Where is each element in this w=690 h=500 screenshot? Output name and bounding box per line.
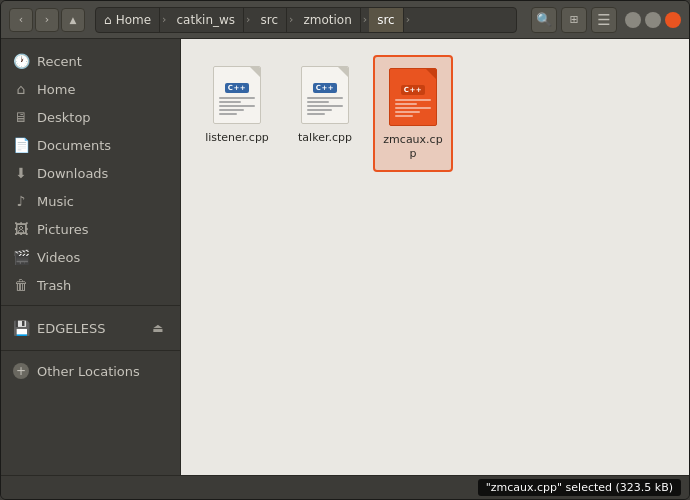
- file-name-zmcaux: zmcaux.cpp: [383, 133, 443, 162]
- menu-button[interactable]: ☰: [591, 7, 617, 33]
- cpp-badge-zmcaux: C++: [401, 85, 425, 95]
- sidebar-item-downloads[interactable]: ⬇ Downloads: [1, 159, 180, 187]
- file-grid: C++ listener.cpp: [197, 55, 673, 172]
- downloads-icon: ⬇: [13, 165, 29, 181]
- sidebar-label-edgeless: EDGELESS: [37, 321, 140, 336]
- sidebar-item-documents[interactable]: 📄 Documents: [1, 131, 180, 159]
- file-icon-listener: C++: [211, 63, 263, 127]
- file-area[interactable]: C++ listener.cpp: [181, 39, 689, 475]
- sidebar-item-home[interactable]: ⌂ Home: [1, 75, 180, 103]
- trash-icon: 🗑: [13, 277, 29, 293]
- sidebar-label-downloads: Downloads: [37, 166, 168, 181]
- breadcrumb-bar: ⌂ Home › catkin_ws › src › zmotion › src…: [95, 7, 517, 33]
- cpp-badge-listener: C++: [225, 83, 249, 93]
- breadcrumb-zmotion[interactable]: zmotion: [295, 8, 360, 32]
- status-text: "zmcaux.cpp" selected (323.5 kB): [478, 479, 681, 496]
- forward-button[interactable]: ›: [35, 8, 59, 32]
- sidebar-label-videos: Videos: [37, 250, 168, 265]
- cpp-file-bg-talker: C++: [301, 66, 349, 124]
- file-name-listener: listener.cpp: [205, 131, 269, 145]
- file-item-talker[interactable]: C++ talker.cpp: [285, 55, 365, 172]
- close-button[interactable]: [665, 12, 681, 28]
- breadcrumb-sep-5: ›: [404, 13, 412, 26]
- cpp-file-bg-zmcaux: C++: [389, 68, 437, 126]
- sidebar-item-recent[interactable]: 🕐 Recent: [1, 47, 180, 75]
- sidebar-item-trash[interactable]: 🗑 Trash: [1, 271, 180, 299]
- cpp-lines-zmcaux: [395, 99, 432, 119]
- sidebar-label-documents: Documents: [37, 138, 168, 153]
- search-button[interactable]: 🔍: [531, 7, 557, 33]
- breadcrumb-src2[interactable]: src: [369, 8, 404, 32]
- sidebar-label-pictures: Pictures: [37, 222, 168, 237]
- cpp-lines-talker: [307, 97, 344, 117]
- breadcrumb-sep-1: ›: [160, 13, 168, 26]
- sidebar-label-home: Home: [37, 82, 168, 97]
- music-icon: ♪: [13, 193, 29, 209]
- sidebar-item-videos[interactable]: 🎬 Videos: [1, 243, 180, 271]
- file-item-listener[interactable]: C++ listener.cpp: [197, 55, 277, 172]
- drive-icon: 💾: [13, 320, 29, 336]
- breadcrumb-sep-3: ›: [287, 13, 295, 26]
- pictures-icon: 🖼: [13, 221, 29, 237]
- sidebar-label-other-locations: Other Locations: [37, 364, 140, 379]
- breadcrumb-catkin-label: catkin_ws: [176, 13, 235, 27]
- breadcrumb-catkin[interactable]: catkin_ws: [168, 8, 244, 32]
- sidebar-item-music[interactable]: ♪ Music: [1, 187, 180, 215]
- back-button[interactable]: ‹: [9, 8, 33, 32]
- cpp-lines-listener: [219, 97, 256, 117]
- sidebar-label-recent: Recent: [37, 54, 168, 69]
- window-controls: [625, 12, 681, 28]
- breadcrumb-src1[interactable]: src: [253, 8, 288, 32]
- statusbar: "zmcaux.cpp" selected (323.5 kB): [1, 475, 689, 499]
- add-location-icon: +: [13, 363, 29, 379]
- sidebar-label-music: Music: [37, 194, 168, 209]
- up-button[interactable]: ▲: [61, 8, 85, 32]
- sidebar-label-trash: Trash: [37, 278, 168, 293]
- file-icon-talker: C++: [299, 63, 351, 127]
- breadcrumb-sep-2: ›: [244, 13, 252, 26]
- breadcrumb-src2-label: src: [377, 13, 395, 27]
- sidebar-item-other-locations[interactable]: + Other Locations: [1, 357, 180, 385]
- sidebar-item-edgeless[interactable]: 💾 EDGELESS ⏏: [1, 312, 180, 344]
- view-toggle-button[interactable]: ⊞: [561, 7, 587, 33]
- breadcrumb-sep-4: ›: [361, 13, 369, 26]
- home-sidebar-icon: ⌂: [13, 81, 29, 97]
- file-manager-window: ‹ › ▲ ⌂ Home › catkin_ws › src › zmotion…: [0, 0, 690, 500]
- recent-icon: 🕐: [13, 53, 29, 69]
- home-icon: ⌂: [104, 13, 112, 27]
- breadcrumb-home-label: Home: [116, 13, 151, 27]
- sidebar-label-desktop: Desktop: [37, 110, 168, 125]
- file-name-talker: talker.cpp: [298, 131, 352, 145]
- nav-buttons: ‹ › ▲: [9, 8, 85, 32]
- eject-button[interactable]: ⏏: [148, 318, 168, 338]
- videos-icon: 🎬: [13, 249, 29, 265]
- sidebar-item-pictures[interactable]: 🖼 Pictures: [1, 215, 180, 243]
- maximize-button[interactable]: [645, 12, 661, 28]
- breadcrumb-home[interactable]: ⌂ Home: [96, 8, 160, 32]
- file-item-zmcaux[interactable]: C++ zmcaux.cpp: [373, 55, 453, 172]
- main-content: 🕐 Recent ⌂ Home 🖥 Desktop 📄 Documents ⬇ …: [1, 39, 689, 475]
- cpp-badge-talker: C++: [313, 83, 337, 93]
- cpp-file-bg-listener: C++: [213, 66, 261, 124]
- minimize-button[interactable]: [625, 12, 641, 28]
- documents-icon: 📄: [13, 137, 29, 153]
- titlebar: ‹ › ▲ ⌂ Home › catkin_ws › src › zmotion…: [1, 1, 689, 39]
- breadcrumb-src1-label: src: [261, 13, 279, 27]
- file-icon-zmcaux: C++: [387, 65, 439, 129]
- sidebar: 🕐 Recent ⌂ Home 🖥 Desktop 📄 Documents ⬇ …: [1, 39, 181, 475]
- desktop-icon: 🖥: [13, 109, 29, 125]
- breadcrumb-zmotion-label: zmotion: [303, 13, 351, 27]
- titlebar-actions: 🔍 ⊞ ☰: [531, 7, 617, 33]
- sidebar-item-desktop[interactable]: 🖥 Desktop: [1, 103, 180, 131]
